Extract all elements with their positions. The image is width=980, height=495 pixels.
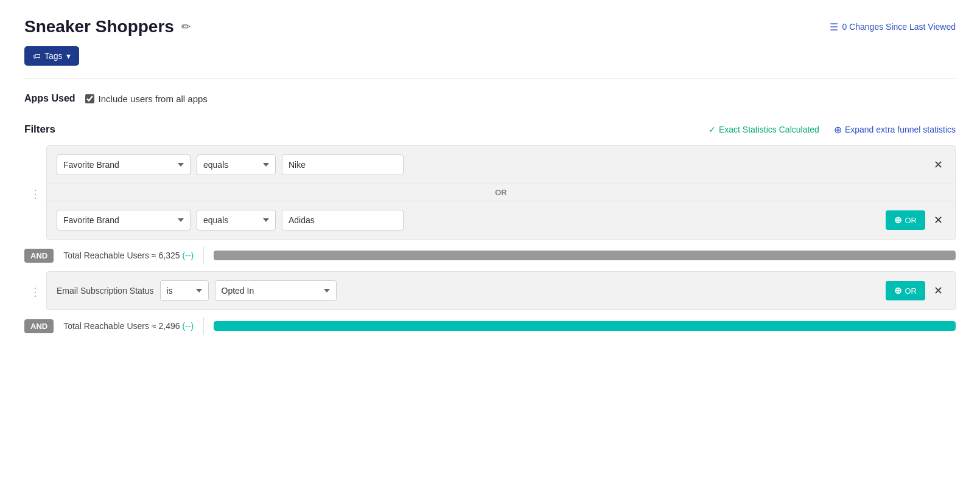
and-section-1: AND Total Reachable Users ≈ 6,325 (--) [24,240,956,271]
plus-circle-icon: ⊕ [834,124,842,136]
include-all-apps-text: Include users from all apps [99,94,208,104]
section-divider [24,78,956,78]
filter-field-select-1-1[interactable]: Favorite Brand App Name Email Country [57,154,191,175]
tags-button[interactable]: 🏷 Tags ▾ [24,46,79,66]
or-btn-label-1: OR [905,216,917,225]
exact-stats-label: Exact Statistics Calculated [719,125,819,134]
reachable-text-1: Total Reachable Users ≈ 6,325 (--) [63,251,194,260]
and-section-2: AND Total Reachable Users ≈ 2,496 (--) [24,310,956,342]
plus-icon-2: ⊕ [894,285,902,296]
include-all-apps-label[interactable]: Include users from all apps [85,94,208,104]
close-button-1-2[interactable]: ✕ [931,215,945,226]
filter-box-1: Favorite Brand App Name Email Country eq… [46,145,956,240]
changes-label: 0 Changes Since Last Viewed [842,22,956,32]
list-icon: ☰ [830,21,838,33]
filter-status-select-2-1[interactable]: Opted In Opted Out Unknown [215,280,337,301]
expand-funnel-label: Expand extra funnel statistics [845,125,956,134]
filter-box-2: Email Subscription Status is is not Opte… [46,271,956,310]
edit-icon[interactable]: ✏ [181,20,191,33]
title-area: Sneaker Shoppers ✏ [24,17,191,36]
add-or-button-1[interactable]: ⊕ OR [886,210,926,230]
and-badge-1: AND [24,249,54,263]
check-icon: ✓ [709,125,716,134]
close-button-2-1[interactable]: ✕ [931,285,945,296]
filter-value-input-1-1[interactable] [282,154,404,175]
filters-title: Filters [24,123,55,136]
filter-group-2: ⋮ Email Subscription Status is is not Op… [24,271,956,310]
filters-header: Filters ✓ Exact Statistics Calculated ⊕ … [24,123,956,136]
filter-value-input-1-2[interactable] [282,210,404,230]
page-title: Sneaker Shoppers [24,17,174,36]
include-all-apps-checkbox[interactable] [85,94,94,103]
filter-group-1: ⋮ Favorite Brand App Name Email Country … [24,145,956,240]
exact-stats: ✓ Exact Statistics Calculated [709,125,819,134]
filter-operator-select-1-1[interactable]: equals does not equal contains starts wi… [197,154,276,175]
filter-field-label-2-1: Email Subscription Status [57,286,154,296]
filter-operator-select-1-2[interactable]: equals does not equal contains starts wi… [197,210,276,230]
tag-icon: 🏷 [33,52,41,61]
progress-bar-fill-1 [214,251,956,260]
reachable-link-2[interactable]: (--) [182,321,194,331]
progress-bar-2 [214,321,956,331]
apps-used-label: Apps Used [24,93,75,104]
reachable-text-2: Total Reachable Users ≈ 2,496 (--) [63,321,194,331]
drag-handle-2[interactable]: ⋮ [24,271,46,310]
filter-row-2-1: Email Subscription Status is is not Opte… [47,272,955,310]
drag-handle-1[interactable]: ⋮ [24,145,46,240]
close-button-1-1[interactable]: ✕ [931,159,945,170]
or-row-1: OR [47,184,955,201]
or-label-1: OR [495,188,507,197]
filter-field-select-1-2[interactable]: Favorite Brand App Name Email Country [57,210,191,230]
reachable-label-1: Total Reachable Users ≈ 6,325 [63,251,180,260]
or-btn-label-2: OR [905,286,917,296]
progress-bar-fill-2 [214,321,956,331]
plus-icon: ⊕ [894,215,902,226]
changes-link[interactable]: ☰ 0 Changes Since Last Viewed [830,21,956,33]
filter-operator-select-2-1[interactable]: is is not [160,280,209,301]
expand-funnel-button[interactable]: ⊕ Expand extra funnel statistics [834,124,956,136]
filter-row-1-1: Favorite Brand App Name Email Country eq… [47,146,955,184]
and-badge-2: AND [24,319,54,333]
header-row: Sneaker Shoppers ✏ ☰ 0 Changes Since Las… [24,17,956,36]
tags-chevron-icon: ▾ [66,51,71,61]
filters-right: ✓ Exact Statistics Calculated ⊕ Expand e… [709,124,956,136]
apps-used-row: Apps Used Include users from all apps [24,93,956,104]
tags-label: Tags [44,51,63,61]
progress-divider-2 [203,317,204,334]
reachable-label-2: Total Reachable Users ≈ 2,496 [63,321,180,331]
add-or-button-2[interactable]: ⊕ OR [886,281,926,300]
filter-row-1-2: Favorite Brand App Name Email Country eq… [47,201,955,239]
progress-divider-1 [203,247,204,264]
progress-bar-1 [214,251,956,260]
reachable-link-1[interactable]: (--) [182,251,194,260]
